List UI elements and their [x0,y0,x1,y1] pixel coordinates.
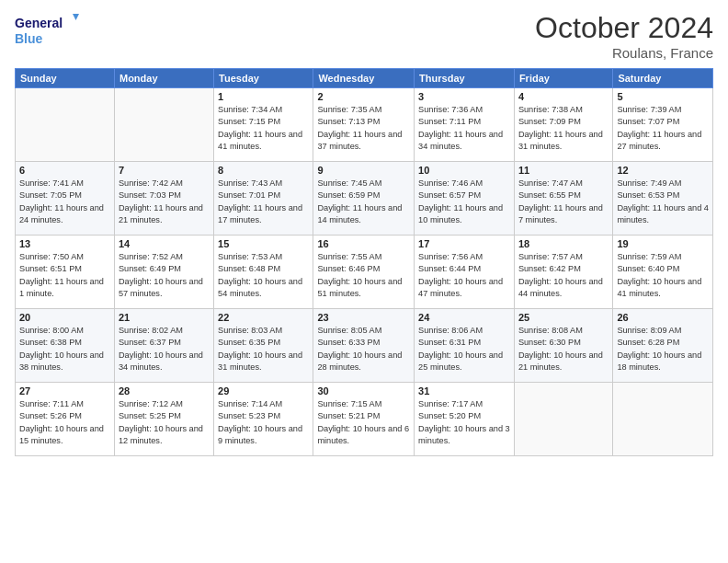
day-number: 10 [418,165,510,176]
table-cell [114,88,213,162]
day-info: Sunrise: 7:35 AM Sunset: 7:13 PM Dayligh… [317,104,410,153]
day-info: Sunrise: 7:55 AM Sunset: 6:46 PM Dayligh… [317,251,410,300]
day-number: 4 [518,91,609,102]
week-row-4: 20Sunrise: 8:00 AM Sunset: 6:38 PM Dayli… [16,309,713,383]
page: General Blue October 2024 Roulans, Franc… [0,0,728,563]
day-info: Sunrise: 8:00 AM Sunset: 6:38 PM Dayligh… [19,325,110,373]
day-info: Sunrise: 7:36 AM Sunset: 7:11 PM Dayligh… [418,104,510,153]
table-cell: 21Sunrise: 8:02 AM Sunset: 6:37 PM Dayli… [114,309,213,383]
calendar-table: SundayMondayTuesdayWednesdayThursdayFrid… [15,68,713,456]
table-cell: 1Sunrise: 7:34 AM Sunset: 7:15 PM Daylig… [214,88,313,162]
table-cell: 15Sunrise: 7:53 AM Sunset: 6:48 PM Dayli… [214,236,313,309]
day-info: Sunrise: 7:38 AM Sunset: 7:09 PM Dayligh… [518,104,609,153]
day-number: 24 [418,312,510,323]
week-row-2: 6Sunrise: 7:41 AM Sunset: 7:05 PM Daylig… [16,162,713,236]
table-cell: 28Sunrise: 7:12 AM Sunset: 5:25 PM Dayli… [114,383,213,456]
day-number: 27 [19,385,110,396]
table-cell: 19Sunrise: 7:59 AM Sunset: 6:40 PM Dayli… [613,236,713,309]
table-cell: 8Sunrise: 7:43 AM Sunset: 7:01 PM Daylig… [214,162,313,236]
day-number: 8 [218,165,309,176]
day-info: Sunrise: 7:12 AM Sunset: 5:25 PM Dayligh… [119,398,210,447]
table-cell: 31Sunrise: 7:17 AM Sunset: 5:20 PM Dayli… [415,383,515,456]
title-block: October 2024 Roulans, France [535,11,713,61]
day-info: Sunrise: 8:02 AM Sunset: 6:37 PM Dayligh… [119,325,210,373]
day-number: 18 [518,238,609,249]
svg-text:General: General [15,16,63,30]
day-info: Sunrise: 7:45 AM Sunset: 6:59 PM Dayligh… [317,178,410,226]
table-cell: 16Sunrise: 7:55 AM Sunset: 6:46 PM Dayli… [313,236,415,309]
table-cell: 12Sunrise: 7:49 AM Sunset: 6:53 PM Dayli… [613,162,713,236]
header-monday: Monday [114,69,213,88]
day-info: Sunrise: 7:17 AM Sunset: 5:20 PM Dayligh… [418,398,510,447]
day-number: 16 [317,238,410,249]
day-number: 12 [617,165,709,176]
table-cell: 29Sunrise: 7:14 AM Sunset: 5:23 PM Dayli… [214,383,313,456]
day-number: 26 [617,312,709,323]
day-info: Sunrise: 7:57 AM Sunset: 6:42 PM Dayligh… [518,251,609,300]
table-cell: 24Sunrise: 8:06 AM Sunset: 6:31 PM Dayli… [415,309,515,383]
day-info: Sunrise: 7:47 AM Sunset: 6:55 PM Dayligh… [518,178,609,226]
day-info: Sunrise: 7:14 AM Sunset: 5:23 PM Dayligh… [218,398,309,447]
day-info: Sunrise: 7:46 AM Sunset: 6:57 PM Dayligh… [418,178,510,226]
day-number: 29 [218,385,309,396]
day-number: 13 [19,238,110,249]
day-number: 28 [119,385,210,396]
table-cell [16,88,115,162]
table-cell [613,383,713,456]
day-info: Sunrise: 7:11 AM Sunset: 5:26 PM Dayligh… [19,398,110,447]
day-info: Sunrise: 7:52 AM Sunset: 6:49 PM Dayligh… [119,251,210,300]
location-subtitle: Roulans, France [535,45,713,61]
table-cell: 3Sunrise: 7:36 AM Sunset: 7:11 PM Daylig… [415,88,515,162]
day-number: 11 [518,165,609,176]
day-info: Sunrise: 7:42 AM Sunset: 7:03 PM Dayligh… [119,178,210,226]
day-number: 7 [119,165,210,176]
calendar-body: 1Sunrise: 7:34 AM Sunset: 7:15 PM Daylig… [16,88,713,456]
day-info: Sunrise: 8:09 AM Sunset: 6:28 PM Dayligh… [617,325,709,373]
table-cell: 27Sunrise: 7:11 AM Sunset: 5:26 PM Dayli… [16,383,115,456]
day-info: Sunrise: 7:43 AM Sunset: 7:01 PM Dayligh… [218,178,309,226]
day-info: Sunrise: 8:05 AM Sunset: 6:33 PM Dayligh… [317,325,410,373]
table-cell: 22Sunrise: 8:03 AM Sunset: 6:35 PM Dayli… [214,309,313,383]
day-number: 1 [218,91,309,102]
day-number: 21 [119,312,210,323]
table-cell [514,383,613,456]
table-cell: 26Sunrise: 8:09 AM Sunset: 6:28 PM Dayli… [613,309,713,383]
day-number: 20 [19,312,110,323]
day-number: 23 [317,312,410,323]
header-thursday: Thursday [415,69,515,88]
table-cell: 6Sunrise: 7:41 AM Sunset: 7:05 PM Daylig… [16,162,115,236]
week-row-1: 1Sunrise: 7:34 AM Sunset: 7:15 PM Daylig… [16,88,713,162]
table-cell: 10Sunrise: 7:46 AM Sunset: 6:57 PM Dayli… [415,162,515,236]
day-info: Sunrise: 7:39 AM Sunset: 7:07 PM Dayligh… [617,104,709,153]
week-row-3: 13Sunrise: 7:50 AM Sunset: 6:51 PM Dayli… [16,236,713,309]
table-cell: 18Sunrise: 7:57 AM Sunset: 6:42 PM Dayli… [514,236,613,309]
logo-svg: General Blue [15,11,79,48]
logo: General Blue [15,11,79,48]
header-sunday: Sunday [16,69,115,88]
table-cell: 30Sunrise: 7:15 AM Sunset: 5:21 PM Dayli… [313,383,415,456]
month-title: October 2024 [535,11,713,45]
day-info: Sunrise: 7:41 AM Sunset: 7:05 PM Dayligh… [19,178,110,226]
day-number: 25 [518,312,609,323]
day-number: 19 [617,238,709,249]
day-number: 22 [218,312,309,323]
day-info: Sunrise: 7:50 AM Sunset: 6:51 PM Dayligh… [19,251,110,300]
day-info: Sunrise: 7:53 AM Sunset: 6:48 PM Dayligh… [218,251,309,300]
table-cell: 11Sunrise: 7:47 AM Sunset: 6:55 PM Dayli… [514,162,613,236]
header: General Blue October 2024 Roulans, Franc… [15,11,713,61]
day-number: 17 [418,238,510,249]
calendar-header-row: SundayMondayTuesdayWednesdayThursdayFrid… [16,69,713,88]
day-number: 31 [418,385,510,396]
day-info: Sunrise: 8:03 AM Sunset: 6:35 PM Dayligh… [218,325,309,373]
table-cell: 20Sunrise: 8:00 AM Sunset: 6:38 PM Dayli… [16,309,115,383]
day-info: Sunrise: 7:56 AM Sunset: 6:44 PM Dayligh… [418,251,510,300]
svg-text:Blue: Blue [15,31,43,46]
table-cell: 2Sunrise: 7:35 AM Sunset: 7:13 PM Daylig… [313,88,415,162]
day-number: 2 [317,91,410,102]
table-cell: 9Sunrise: 7:45 AM Sunset: 6:59 PM Daylig… [313,162,415,236]
day-number: 9 [317,165,410,176]
table-cell: 13Sunrise: 7:50 AM Sunset: 6:51 PM Dayli… [16,236,115,309]
day-info: Sunrise: 7:49 AM Sunset: 6:53 PM Dayligh… [617,178,709,226]
day-info: Sunrise: 8:06 AM Sunset: 6:31 PM Dayligh… [418,325,510,373]
day-number: 14 [119,238,210,249]
